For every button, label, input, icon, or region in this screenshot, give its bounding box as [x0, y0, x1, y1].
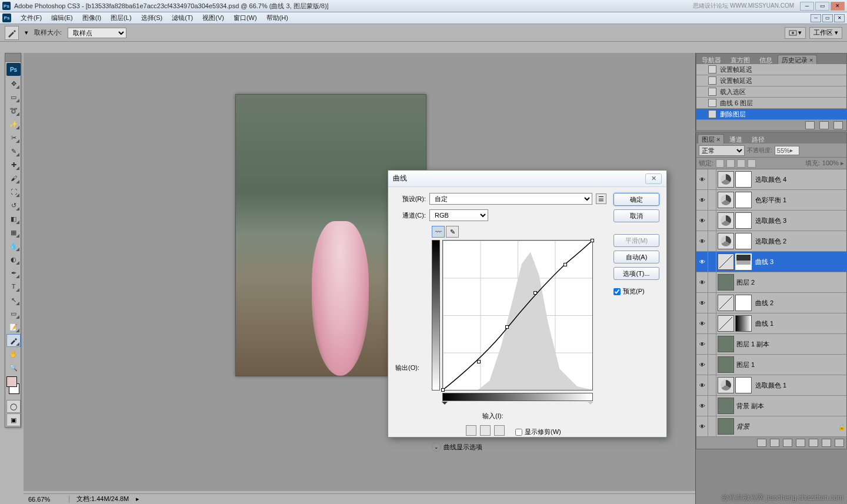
- preset-menu-button[interactable]: ☰: [596, 193, 606, 204]
- input-gradient[interactable]: [442, 393, 593, 401]
- history-brush-tool[interactable]: ↺: [6, 199, 21, 212]
- menu-view[interactable]: 视图(V): [198, 12, 229, 24]
- menu-edit[interactable]: 编辑(E): [46, 12, 78, 24]
- layer-group-button[interactable]: [809, 439, 818, 447]
- status-menu-icon[interactable]: ▸: [136, 495, 139, 503]
- layer-mask-thumb[interactable]: [735, 192, 752, 208]
- layer-row[interactable]: 背景 副本: [696, 396, 846, 416]
- layer-name[interactable]: 选取颜色 2: [754, 237, 846, 246]
- notes-tool[interactable]: 📝: [6, 321, 21, 333]
- layer-thumb[interactable]: [718, 253, 734, 270]
- visibility-toggle[interactable]: [696, 231, 708, 251]
- layer-link-button[interactable]: [757, 439, 766, 447]
- layer-thumb[interactable]: [718, 274, 734, 291]
- layer-row[interactable]: 曲线 3: [696, 252, 846, 272]
- layer-adjust-button[interactable]: [796, 439, 805, 447]
- layer-thumb[interactable]: [718, 233, 734, 249]
- history-trash-button[interactable]: [833, 121, 843, 129]
- tab-channels[interactable]: 通道: [725, 134, 746, 143]
- link-cell[interactable]: [708, 211, 716, 231]
- toolbox-grip[interactable]: [5, 54, 21, 62]
- layer-thumb[interactable]: [718, 356, 734, 373]
- workspace-menu-button[interactable]: 工作区 ▾: [809, 27, 842, 39]
- link-cell[interactable]: [708, 416, 716, 436]
- layer-mask-thumb[interactable]: [735, 253, 752, 270]
- sample-size-select[interactable]: 取样点: [68, 28, 126, 38]
- history-row[interactable]: 设置帧延迟: [696, 75, 846, 86]
- lock-transparency-icon[interactable]: [748, 159, 756, 168]
- layer-mask-thumb[interactable]: [735, 315, 752, 332]
- curve-mode-spline[interactable]: 〰: [432, 226, 445, 238]
- link-cell[interactable]: [708, 252, 716, 272]
- link-cell[interactable]: [708, 375, 716, 395]
- foreground-color-swatch[interactable]: [6, 376, 17, 387]
- eraser-tool[interactable]: ◧: [6, 212, 21, 225]
- menu-filter[interactable]: 滤镜(T): [167, 12, 198, 24]
- layer-trash-button[interactable]: [835, 439, 844, 447]
- gradient-tool[interactable]: ▦: [6, 226, 21, 239]
- history-row[interactable]: 曲线 6 图层: [696, 98, 846, 109]
- history-row[interactable]: 设置帧延迟: [696, 64, 846, 75]
- smooth-button[interactable]: 平滑(M): [613, 234, 659, 247]
- link-cell[interactable]: [708, 293, 716, 313]
- history-row[interactable]: 载入选区: [696, 86, 846, 98]
- visibility-toggle[interactable]: [696, 169, 708, 189]
- layer-name[interactable]: 曲线 3: [754, 258, 846, 266]
- slice-tool[interactable]: ✎: [6, 145, 21, 158]
- black-eyedropper[interactable]: [466, 425, 476, 436]
- tab-navigator[interactable]: 导航器: [698, 55, 725, 64]
- link-cell[interactable]: [708, 396, 716, 416]
- white-point-handle[interactable]: [588, 402, 593, 408]
- visibility-toggle[interactable]: [696, 416, 708, 436]
- lasso-tool[interactable]: ➰: [6, 104, 21, 117]
- preview-checkbox[interactable]: [613, 288, 621, 295]
- visibility-toggle[interactable]: [696, 272, 708, 292]
- tab-layers[interactable]: 图层 ×: [698, 134, 724, 143]
- opacity-input[interactable]: 55% ▸: [775, 146, 799, 155]
- doc-restore-button[interactable]: ▭: [822, 14, 833, 22]
- preset-select[interactable]: 自定: [429, 193, 592, 205]
- layer-row[interactable]: 色彩平衡 1: [696, 190, 846, 211]
- layer-new-button[interactable]: [822, 439, 831, 447]
- layer-name[interactable]: 图层 1: [735, 361, 846, 369]
- layer-thumb[interactable]: [718, 418, 734, 435]
- window-close-button[interactable]: ✕: [831, 2, 845, 11]
- layer-name[interactable]: 曲线 2: [754, 299, 846, 308]
- layer-row[interactable]: 图层 1: [696, 355, 846, 375]
- type-tool[interactable]: T: [6, 280, 21, 293]
- zoom-tool[interactable]: 🔍: [6, 361, 21, 374]
- layer-row[interactable]: 曲线 1: [696, 313, 846, 334]
- visibility-toggle[interactable]: [696, 293, 708, 313]
- hand-tool[interactable]: ✋: [6, 348, 21, 361]
- layer-fx-button[interactable]: [770, 439, 779, 447]
- menu-help[interactable]: 帮助(H): [262, 12, 293, 24]
- link-cell[interactable]: [708, 231, 716, 251]
- brush-tool[interactable]: 🖌: [6, 172, 21, 185]
- layer-row[interactable]: 曲线 2: [696, 293, 846, 313]
- screen-mode-toggle[interactable]: ▣: [6, 413, 21, 426]
- auto-button[interactable]: 自动(A): [613, 251, 659, 263]
- bridge-button[interactable]: ▾: [785, 27, 806, 39]
- layer-row[interactable]: 选取颜色 1: [696, 375, 846, 396]
- layer-name[interactable]: 图层 2: [735, 278, 846, 287]
- move-tool[interactable]: ✥: [6, 77, 21, 90]
- link-cell[interactable]: [708, 190, 716, 210]
- menu-select[interactable]: 选择(S): [136, 12, 168, 24]
- link-cell[interactable]: [708, 334, 716, 354]
- lock-pixels-icon[interactable]: [716, 159, 724, 168]
- options-button[interactable]: 选项(T)...: [613, 267, 659, 280]
- visibility-toggle[interactable]: [696, 355, 708, 375]
- doc-size-label[interactable]: 文档:1.44M/24.8M: [76, 495, 129, 503]
- visibility-toggle[interactable]: [696, 313, 708, 333]
- layer-name[interactable]: 色彩平衡 1: [754, 196, 846, 205]
- blend-mode-select[interactable]: 正常: [699, 145, 745, 156]
- color-wells[interactable]: [6, 376, 19, 398]
- tab-paths[interactable]: 路径: [748, 134, 769, 143]
- tab-histogram[interactable]: 直方图: [726, 55, 754, 64]
- menu-window[interactable]: 窗口(W): [229, 12, 262, 24]
- layer-thumb[interactable]: [718, 212, 734, 229]
- visibility-toggle[interactable]: [696, 334, 708, 354]
- wand-tool[interactable]: ✨: [6, 118, 21, 131]
- curves-dialog[interactable]: 曲线 ✕ 预设(R): 自定 ☰ 通道(C): RGB 〰 ✎: [388, 170, 667, 438]
- layer-row[interactable]: 背景 🔒: [696, 416, 846, 437]
